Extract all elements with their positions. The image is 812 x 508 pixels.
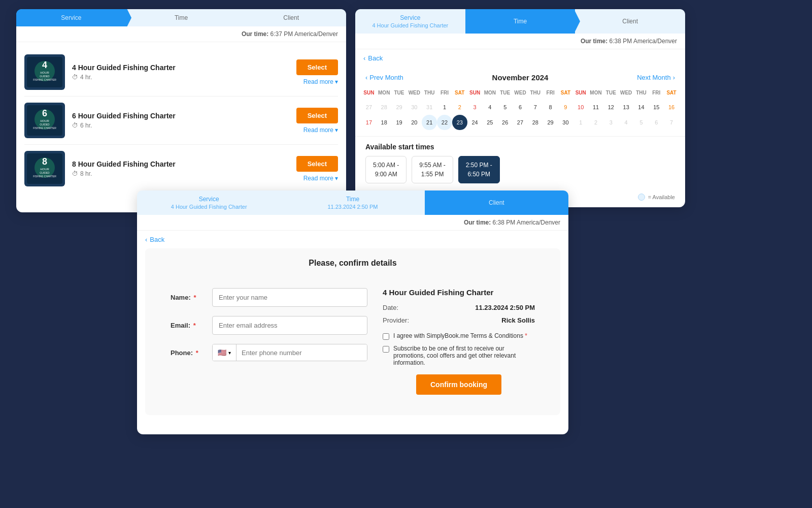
svg-text:6: 6 [42,108,47,118]
chevron-right-cal-icon: › [673,74,675,81]
phone-flag[interactable]: 🇺🇸 ▾ [213,344,236,361]
cal-day-oct27[interactable]: 27 [361,100,377,115]
service-item-6hr: 6 HOUR GUIDED FISHING CHARTER 6 Hour Gui… [24,97,338,145]
service-actions-4hr: Select Read more ▾ [296,59,338,85]
select-button-4hr[interactable]: Select [296,59,338,75]
our-time-bar: Our time: 6:37 PM America/Denver [16,26,346,42]
client-our-time-label: Our time: [464,219,491,226]
cal-header-wed2: WED [513,88,528,98]
next-month-button[interactable]: Next Month › [637,74,675,81]
cal-day-nov19[interactable]: 19 [392,115,407,130]
step-client[interactable]: Client [236,9,346,26]
cal-day-nov20[interactable]: 20 [407,115,422,130]
available-legend-dot [638,194,645,201]
cal-day-nov1[interactable]: 1 [437,100,452,115]
read-more-button-4hr[interactable]: Read more ▾ [303,78,338,85]
cal-day-nov12[interactable]: 12 [603,100,619,115]
read-more-button-8hr[interactable]: Read more ▾ [303,175,338,182]
clock-icon-8hr: ⏱ [72,170,78,177]
cal-day-nov14[interactable]: 14 [634,100,649,115]
cal-day-dec1[interactable]: 1 [573,115,588,130]
step-service[interactable]: Service [16,9,126,26]
cal-day-nov23[interactable]: 23 [452,115,467,130]
cal-header-thu3: THU [634,88,649,98]
cal-day-nov29[interactable]: 29 [543,115,558,130]
cal-day-nov13[interactable]: 13 [619,100,634,115]
read-more-button-6hr[interactable]: Read more ▾ [303,126,338,134]
cal-day-dec7[interactable]: 7 [664,115,679,130]
terms-checkbox[interactable] [383,333,389,340]
cal-day-nov27[interactable]: 27 [513,115,528,130]
time-step-time[interactable]: Time [465,9,576,34]
service-actions-6hr: Select Read more ▾ [296,108,338,134]
time-back-button[interactable]: ‹ Back [355,49,391,67]
cal-day-nov28[interactable]: 28 [528,115,543,130]
cal-day-nov5[interactable]: 5 [497,100,513,115]
svg-text:GUIDED: GUIDED [40,171,50,174]
cal-day-nov24[interactable]: 24 [467,115,483,130]
cal-day-nov30[interactable]: 30 [558,115,573,130]
cal-day-dec5[interactable]: 5 [634,115,649,130]
cal-day-nov25[interactable]: 25 [482,115,497,130]
subscribe-checkbox[interactable] [383,346,389,353]
confirm-booking-button[interactable]: Confirm booking [416,374,501,395]
cal-day-nov22[interactable]: 22 [437,115,452,130]
time-step-client[interactable]: Client [575,9,685,34]
subscribe-label: Subscribe to be one of first to receive … [393,345,535,366]
step-time[interactable]: Time [126,9,236,26]
cal-day-nov11[interactable]: 11 [588,100,603,115]
client-step-time[interactable]: Time 11.23.2024 2:50 PM [281,190,424,215]
svg-text:4: 4 [42,60,47,70]
cal-day-oct28[interactable]: 28 [377,100,392,115]
service-thumb-8hr: 8 HOUR GUIDED FISHING CHARTER [24,151,65,186]
cal-day-nov9[interactable]: 9 [558,100,573,115]
client-step-service[interactable]: Service 4 Hour Guided Fishing Charter [137,190,281,215]
cal-day-nov10[interactable]: 10 [573,100,588,115]
cal-day-nov15[interactable]: 15 [649,100,664,115]
form-row-email: Email: * [171,316,367,335]
cal-day-nov16[interactable]: 16 [664,100,679,115]
name-input[interactable] [212,288,367,307]
time-step-service-label: Service [400,14,420,21]
cal-day-nov18[interactable]: 18 [377,115,392,130]
prev-month-button[interactable]: ‹ Prev Month [365,74,403,81]
confirm-details-card: Please, confirm details Name: * Email: * [145,248,560,415]
time-step-service[interactable]: Service 4 Hour Guided Fishing Charter [355,9,465,34]
time-slot-2[interactable]: 9:55 AM - 1:55 PM [412,156,453,183]
cal-day-nov3[interactable]: 3 [467,100,483,115]
cal-header-wed3: WED [619,88,634,98]
cal-day-oct31[interactable]: 31 [422,100,437,115]
email-input[interactable] [212,316,367,335]
select-button-6hr[interactable]: Select [296,108,338,123]
cal-day-oct30[interactable]: 30 [407,100,422,115]
cal-day-nov26[interactable]: 26 [497,115,513,130]
time-our-time-value: 6:38 PM America/Denver [610,38,677,45]
time-our-time-label: Our time: [581,38,607,45]
cal-day-nov4[interactable]: 4 [482,100,497,115]
cal-day-oct29[interactable]: 29 [392,100,407,115]
service-name-4hr: 4 Hour Guided Fishing Charter [72,64,289,72]
cal-header-mon1: MON [377,88,392,98]
cal-day-nov7[interactable]: 7 [528,100,543,115]
client-step-service-label: Service [199,196,219,203]
client-panel: Service 4 Hour Guided Fishing Charter Ti… [137,190,568,434]
client-step-client[interactable]: Client [425,190,568,215]
cal-day-dec3[interactable]: 3 [603,115,619,130]
calendar-month-title: November 2024 [492,73,549,82]
cal-day-nov8[interactable]: 8 [543,100,558,115]
confirm-details-title: Please, confirm details [155,259,550,268]
cal-day-nov17[interactable]: 17 [361,115,377,130]
svg-text:FISHING CHARTER: FISHING CHARTER [33,78,56,81]
cal-day-dec6[interactable]: 6 [649,115,664,130]
cal-day-nov6[interactable]: 6 [513,100,528,115]
client-back-button[interactable]: ‹ Back [137,231,173,248]
cal-day-dec2[interactable]: 2 [588,115,603,130]
cal-day-dec4[interactable]: 4 [619,115,634,130]
cal-day-nov2[interactable]: 2 [452,100,467,115]
cal-day-nov21[interactable]: 21 [422,115,437,130]
phone-input[interactable] [236,344,367,361]
service-duration-4hr: ⏱ 4 hr. [72,74,289,81]
select-button-8hr[interactable]: Select [296,156,338,172]
time-slot-1[interactable]: 5:00 AM - 9:00 AM [365,156,407,183]
time-slot-3[interactable]: 2:50 PM - 6:50 PM [458,156,500,183]
